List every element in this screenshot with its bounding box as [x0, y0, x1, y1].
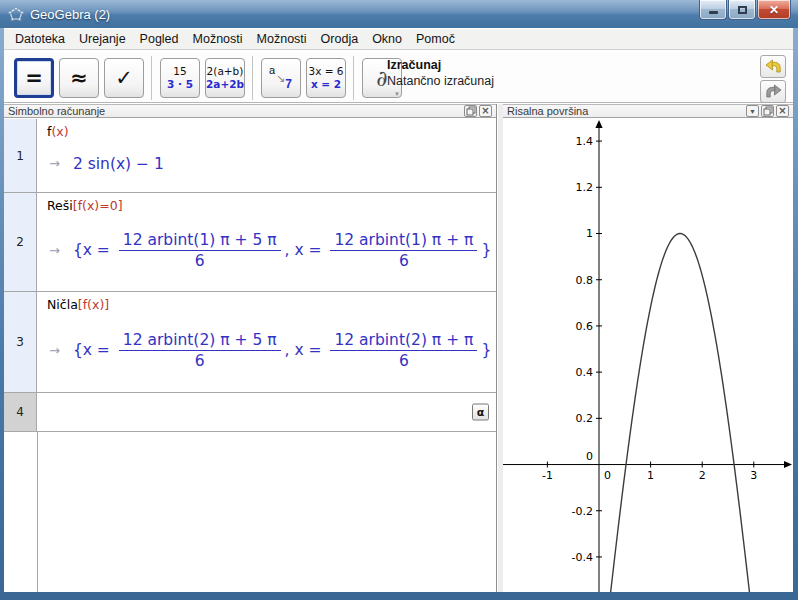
svg-text:0.2: 0.2: [576, 412, 593, 425]
cas-rows: 1f(x)→2 sin(x) − 12Reši[f(x)=0]→{x = 12 …: [4, 119, 496, 432]
toolbar-separator: [151, 56, 154, 100]
button-top-label: 3x = 6: [308, 65, 343, 78]
maximize-button[interactable]: [728, 0, 756, 20]
fraction: 12 arbint(2) π + 5 π6: [119, 331, 281, 370]
button-bottom-label: 3 · 5: [167, 78, 193, 91]
cas-cell-3[interactable]: Ničla[f(x)]→{x = 12 arbint(2) π + 5 π6, …: [37, 292, 496, 392]
button-top-label: 2(a+b): [207, 65, 244, 78]
minimize-button[interactable]: [699, 0, 727, 20]
button-glyph: =: [25, 68, 43, 89]
cas-close-button[interactable]: ×: [479, 105, 492, 117]
menu-item-8[interactable]: Pomoč: [409, 30, 462, 48]
graphics-stylebar-button[interactable]: ▼: [746, 105, 759, 117]
dropdown-arrow-icon: ▼: [394, 91, 400, 97]
cas-row-3: 3Ničla[f(x)]→{x = 12 arbint(2) π + 5 π6,…: [4, 292, 496, 393]
cas-row-number[interactable]: 2: [4, 193, 37, 291]
cas-row-4: 4α: [4, 393, 496, 432]
svg-text:2: 2: [699, 469, 706, 482]
cas-input-expression: Ničla[f(x)]: [47, 297, 491, 312]
cas-view-panel: Simbolno računanje × 1f(x)→2 sin(x) − 12…: [4, 104, 497, 592]
substitute-a-label: a: [269, 64, 275, 76]
partial-derivative-icon: ∂: [376, 66, 387, 91]
graphics-panel-header[interactable]: Risalna površina ▼ ×: [503, 104, 793, 118]
menu-item-5[interactable]: Možnosti: [250, 30, 314, 48]
button-glyph: ✓: [115, 68, 133, 89]
toolbar-button-evaluate[interactable]: =: [14, 58, 54, 98]
svg-text:1: 1: [647, 469, 654, 482]
menu-item-4[interactable]: Možnosti: [186, 30, 250, 48]
toolbar-buttons: =≈✓153 · 52(a+b)2a+2ba↘73x = 6x = 2∂▼: [14, 56, 407, 100]
cas-panel-header[interactable]: Simbolno računanje ×: [4, 104, 496, 118]
svg-text:0.8: 0.8: [576, 274, 594, 287]
function-plot: -10123-0.4-0.200.20.40.60.811.21.4: [503, 119, 793, 592]
cas-row-number[interactable]: 4: [4, 393, 37, 431]
cas-input-expression: f(x): [47, 124, 488, 139]
title-bar[interactable]: GeoGebra (2): [0, 0, 798, 28]
button-top-label: 15: [173, 65, 186, 78]
svg-text:1.4: 1.4: [576, 135, 594, 148]
undo-button[interactable]: [760, 55, 786, 78]
cas-cell-4[interactable]: α: [37, 393, 496, 431]
toolbar-button-substitute[interactable]: a↘7: [261, 58, 301, 98]
cas-cell-2[interactable]: Reši[f(x)=0]→{x = 12 arbint(1) π + 5 π6,…: [37, 193, 496, 291]
svg-text:-0.4: -0.4: [572, 551, 593, 564]
button-bottom-label: 2a+2b: [206, 78, 244, 91]
cas-cell-1[interactable]: f(x)→2 sin(x) − 1: [37, 119, 496, 192]
cas-row-number[interactable]: 3: [4, 292, 37, 392]
close-icon: ✕: [769, 3, 779, 17]
close-button[interactable]: ✕: [757, 0, 791, 20]
toolbar-button-solve[interactable]: 3x = 6x = 2: [306, 58, 346, 98]
graphics-close-button[interactable]: ×: [776, 105, 789, 117]
fraction-numerator: 12 arbint(2) π + π: [330, 331, 477, 350]
graphics-panel-title: Risalna površina: [507, 105, 744, 117]
redo-icon: [765, 84, 782, 99]
fraction-denominator: 6: [399, 251, 409, 270]
undo-icon: [765, 59, 782, 74]
output-arrow-icon: →: [49, 243, 60, 258]
toolbar-caption: Izračunaj Natančno izračunaj: [387, 57, 494, 89]
close-panel-icon: ×: [481, 106, 489, 116]
cas-output-line: →2 sin(x) − 1: [47, 139, 488, 188]
window-client-area: DatotekaUrejanjePogledMožnostiMožnostiOr…: [4, 28, 793, 592]
geogebra-window: GeoGebra (2) ✕ DatotekaUrejanjePogledMož…: [0, 0, 798, 600]
toolbar-caption-title: Izračunaj: [387, 57, 494, 73]
fraction-numerator: 12 arbint(1) π + π: [330, 231, 477, 250]
graphics-view-panel: Risalna površina ▼ × -10123-0.4-0.200.20…: [503, 104, 793, 592]
button-bottom-label: x = 2: [311, 78, 341, 91]
svg-text:0.6: 0.6: [576, 320, 594, 333]
output-arrow-icon: →: [49, 343, 60, 358]
geogebra-logo-icon: [8, 6, 24, 22]
substitute-7-label: 7: [285, 77, 292, 91]
graphics-unmaximize-button[interactable]: [761, 105, 774, 117]
fraction-numerator: 12 arbint(1) π + 5 π: [119, 231, 281, 250]
toolbar-button-numeric[interactable]: ≈: [59, 58, 99, 98]
menu-item-7[interactable]: Okno: [365, 30, 409, 48]
svg-text:0: 0: [604, 469, 611, 482]
redo-button[interactable]: [760, 80, 786, 103]
cas-row-number[interactable]: 1: [4, 119, 37, 192]
menu-item-3[interactable]: Pogled: [133, 30, 186, 48]
svg-text:0.4: 0.4: [576, 366, 594, 379]
fraction-denominator: 6: [195, 251, 205, 270]
svg-text:0: 0: [586, 450, 593, 463]
toolbar: =≈✓153 · 52(a+b)2a+2ba↘73x = 6x = 2∂▼ Iz…: [4, 51, 793, 103]
toolbar-button-expand[interactable]: 2(a+b)2a+2b: [205, 58, 245, 98]
cas-unmaximize-button[interactable]: [464, 105, 477, 117]
menu-bar: DatotekaUrejanjePogledMožnostiMožnostiOr…: [4, 29, 793, 50]
toolbar-button-keep-input[interactable]: ✓: [104, 58, 144, 98]
greek-letter-button[interactable]: α: [472, 404, 489, 421]
fraction: 12 arbint(2) π + π6: [330, 331, 477, 370]
fraction: 12 arbint(1) π + 5 π6: [119, 231, 281, 270]
toolbar-separator: [252, 56, 255, 100]
chevron-down-icon: ▼: [749, 108, 756, 115]
menu-item-2[interactable]: Urejanje: [72, 30, 133, 48]
svg-text:-0.2: -0.2: [572, 505, 593, 518]
window-title: GeoGebra (2): [30, 7, 110, 22]
svg-text:-1: -1: [542, 469, 553, 482]
fraction: 12 arbint(1) π + π6: [330, 231, 477, 270]
menu-item-6[interactable]: Orodja: [314, 30, 366, 48]
fraction-denominator: 6: [399, 351, 409, 370]
graphics-canvas[interactable]: -10123-0.4-0.200.20.40.60.811.21.4: [503, 119, 793, 592]
menu-item-1[interactable]: Datoteka: [8, 30, 72, 48]
toolbar-button-factor[interactable]: 153 · 5: [160, 58, 200, 98]
